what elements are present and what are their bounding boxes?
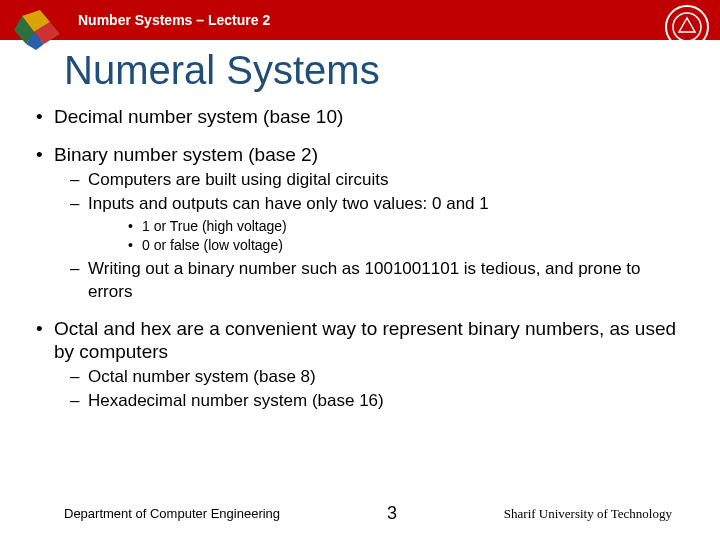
university-seal-icon (664, 4, 710, 50)
lecture-label: Number Systems – Lecture 2 (78, 12, 270, 28)
sub-digital-circuits: Computers are built using digital circui… (54, 169, 684, 191)
bullet-decimal: Decimal number system (base 10) (36, 105, 684, 129)
footer-department: Department of Computer Engineering (64, 506, 280, 521)
sub-tedious: Writing out a binary number such as 1001… (54, 258, 684, 302)
footer: Department of Computer Engineering 3 Sha… (0, 503, 720, 524)
subsub-zero-false: 0 or false (low voltage) (88, 236, 684, 255)
bullet-binary: Binary number system (base 2) Computers … (36, 143, 684, 303)
puzzle-logo-icon (12, 4, 66, 52)
footer-page-number: 3 (387, 503, 397, 524)
sub-two-values: Inputs and outputs can have only two val… (54, 193, 684, 255)
subsub-one-true: 1 or True (high voltage) (88, 217, 684, 236)
sub-hex: Hexadecimal number system (base 16) (54, 390, 684, 412)
slide-title: Numeral Systems (64, 48, 720, 93)
bullet-octal-hex-text: Octal and hex are a convenient way to re… (54, 318, 676, 363)
footer-university: Sharif University of Technology (504, 506, 672, 522)
bullet-binary-text: Binary number system (base 2) (54, 144, 318, 165)
header-bar: Number Systems – Lecture 2 (0, 0, 720, 40)
bullet-octal-hex: Octal and hex are a convenient way to re… (36, 317, 684, 413)
sub-octal: Octal number system (base 8) (54, 366, 684, 388)
sub-two-values-text: Inputs and outputs can have only two val… (88, 194, 489, 213)
content-area: Decimal number system (base 10) Binary n… (0, 105, 720, 412)
